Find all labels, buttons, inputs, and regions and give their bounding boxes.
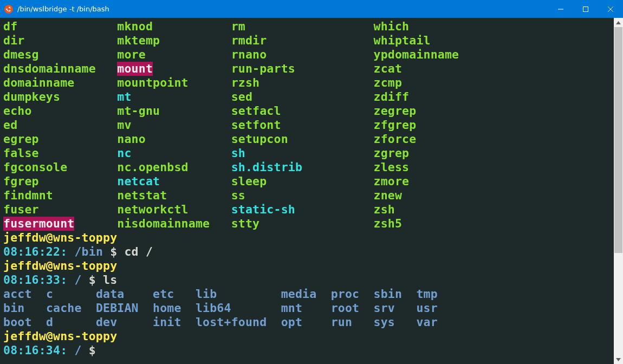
prompt-row: 08:16:22: /bin $ cd / [3, 245, 614, 259]
scroll-thumb[interactable] [614, 27, 622, 253]
ls-item: rzsh [231, 76, 374, 90]
close-button[interactable] [598, 0, 623, 18]
prompt-sigil: $ [82, 343, 103, 358]
prompt-row: jeffdw@wns-toppy [3, 231, 614, 245]
prompt-user: jeffdw@wns-toppy [3, 329, 117, 343]
prompt-row: jeffdw@wns-toppy [3, 329, 614, 343]
dir-item: srv [374, 301, 417, 315]
ls-row: domainname mountpoint rzsh zcmp [3, 76, 614, 90]
prompt-command: cd / [124, 245, 153, 259]
ls-row: ed mv setfont zfgrep [3, 118, 614, 132]
ls-row: fgrep netcat sleep zmore [3, 174, 614, 188]
ls-row: false nc sh zgrep [3, 146, 614, 160]
dir-item: mnt [281, 301, 331, 315]
svg-point-0 [6, 8, 8, 10]
dir-item: bin [3, 301, 46, 315]
prompt-command: ls [103, 273, 117, 287]
prompt-path: / [74, 343, 81, 358]
terminal[interactable]: df mknod rm which dir mktemp rmdir whipt… [0, 18, 614, 364]
ls-item: dmesg [3, 48, 117, 62]
ls-item: dnsdomainname [3, 62, 117, 76]
ls-item: stty [231, 217, 374, 231]
scroll-down-icon[interactable] [614, 355, 623, 364]
ls-row: egrep nano setupcon zforce [3, 132, 614, 146]
svg-rect-3 [583, 6, 588, 11]
ls-item: false [3, 146, 117, 160]
prompt-sigil: $ [82, 273, 103, 287]
dir-item: lost+found [196, 315, 281, 329]
ls-item: znew [374, 188, 516, 203]
scroll-up-icon[interactable] [614, 18, 623, 27]
ls-item: netcat [117, 174, 231, 188]
ls-item: nano [117, 132, 231, 146]
dir-row: boot d dev init lost+found opt run sys v… [3, 315, 614, 329]
ls-item: zcmp [374, 76, 516, 90]
ls-item: zsh5 [374, 217, 516, 231]
window: /bin/wslbridge -t /bin/bash df mknod rm … [0, 0, 623, 364]
pad [153, 62, 231, 76]
prompt-user: jeffdw@wns-toppy [3, 231, 117, 245]
prompt-time: 08:16:22: [3, 245, 74, 259]
ls-item: mknod [117, 20, 231, 34]
ls-item: mv [117, 118, 231, 132]
ls-item: zfgrep [374, 118, 516, 132]
ls-item: setfont [231, 118, 374, 132]
dir-item: media [281, 287, 331, 301]
ls-row: dmesg more rnano ypdomainname [3, 48, 614, 62]
scrollbar[interactable] [614, 18, 623, 364]
ls-item: fgconsole [3, 160, 117, 174]
ls-item: sed [231, 90, 374, 104]
ls-item: domainname [3, 76, 117, 90]
ls-row: fuser networkctl static-sh zsh [3, 203, 614, 217]
ls-item: fgrep [3, 174, 117, 188]
prompt-row: 08:16:33: / $ ls [3, 273, 614, 287]
prompt-sigil: $ [103, 245, 124, 259]
ls-item: more [117, 48, 231, 62]
minimize-button[interactable] [548, 0, 573, 18]
ls-item: nc.openbsd [117, 160, 231, 174]
dir-item: init [153, 315, 196, 329]
ls-item: dir [3, 34, 117, 48]
prompt-time: 08:16:33: [3, 273, 74, 287]
ls-item: zegrep [374, 104, 516, 118]
prompt-row: 08:16:34: / $ [3, 343, 614, 358]
dir-item: sbin [374, 287, 417, 301]
dir-item: usr [416, 301, 445, 315]
ls-row: findmnt netstat ss znew [3, 188, 614, 203]
titlebar[interactable]: /bin/wslbridge -t /bin/bash [0, 0, 623, 18]
dir-item: d [46, 315, 96, 329]
window-body: df mknod rm which dir mktemp rmdir whipt… [0, 18, 623, 364]
ls-item: zmore [374, 174, 516, 188]
dir-item: boot [3, 315, 46, 329]
dir-item: cache [46, 301, 96, 315]
ls-item: zsh [374, 203, 516, 217]
ls-item: dumpkeys [3, 90, 117, 104]
dir-item: home [153, 301, 196, 315]
prompt-path: / [74, 273, 81, 287]
ls-item: zgrep [374, 146, 516, 160]
ls-item: setupcon [231, 132, 374, 146]
ls-item: mountpoint [117, 76, 231, 90]
ls-item: zless [374, 160, 516, 174]
ls-item: sh [231, 146, 374, 160]
prompt-path: /bin [74, 245, 103, 259]
ls-item: mt [117, 90, 231, 104]
ls-item: ed [3, 118, 117, 132]
ls-item: mount [117, 62, 153, 76]
ls-item: networkctl [117, 203, 231, 217]
ls-item: zforce [374, 132, 516, 146]
ls-row: dir mktemp rmdir whiptail [3, 34, 614, 48]
dir-item: root [331, 301, 374, 315]
ls-row: echo mt-gnu setfacl zegrep [3, 104, 614, 118]
dir-item: sys [374, 315, 417, 329]
maximize-button[interactable] [573, 0, 598, 18]
ls-item: nisdomainname [117, 217, 231, 231]
ls-item: which [374, 20, 516, 34]
ls-item: egrep [3, 132, 117, 146]
ls-item: fusermount [3, 217, 74, 231]
dir-item: lib64 [196, 301, 281, 315]
ls-item: static-sh [231, 203, 374, 217]
ls-row: fgconsole nc.openbsd sh.distrib zless [3, 160, 614, 174]
prompt-time: 08:16:34: [3, 343, 74, 358]
window-title: /bin/wslbridge -t /bin/bash [17, 5, 109, 13]
